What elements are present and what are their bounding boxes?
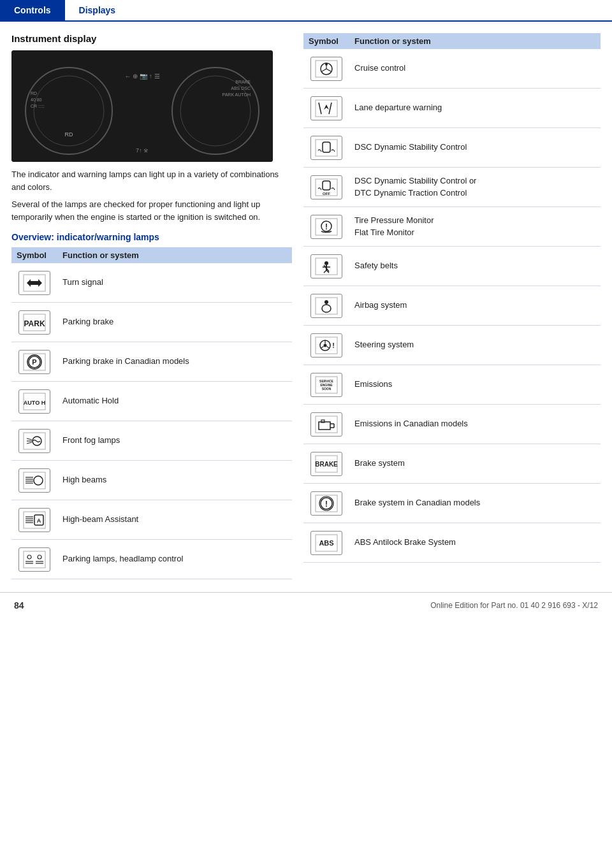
symbol-cell: [303, 250, 349, 282]
symbol-cell: [303, 409, 349, 440]
left-table-header: Symbol Function or system: [11, 247, 292, 263]
svg-text:!: !: [325, 222, 328, 231]
table-row: High beams: [11, 461, 292, 500]
turn-signal-icon: [18, 271, 50, 295]
symbol-cell: [11, 465, 57, 496]
table-row: ! Tire Pressure MonitorFlat Tire Monitor: [303, 207, 601, 247]
service-engine-icon: SERVICE ENGINE SOON: [310, 373, 342, 397]
table-row: OFF DSC Dynamic Stability Control orDTC …: [303, 168, 601, 207]
right-symbol-table: Symbol Function or system: [303, 33, 601, 563]
table-row: Emissions in Canadian models: [303, 405, 601, 444]
page-footer: 84 Online Edition for Part no. 01 40 2 9…: [0, 592, 612, 618]
tire-pressure-icon: !: [310, 215, 342, 239]
function-cell: Tire Pressure MonitorFlat Tire Monitor: [349, 211, 601, 242]
high-beam-assist-icon: A: [18, 508, 50, 532]
abs-icon: ABS: [310, 531, 342, 555]
function-cell: Front fog lamps: [57, 431, 292, 450]
svg-text:← ⊕ 📷 ↑ ☰: ← ⊕ 📷 ↑ ☰: [124, 72, 159, 80]
table-row: ! Brake system in Canadian models: [303, 484, 601, 523]
symbol-cell: P: [11, 346, 57, 378]
svg-text:!: !: [325, 500, 328, 509]
svg-text:!: !: [332, 342, 335, 349]
right-header-symbol: Symbol: [303, 33, 349, 49]
parking-lamp-icon: [18, 547, 50, 572]
svg-text:OFF: OFF: [323, 192, 330, 196]
symbol-cell: [303, 53, 349, 85]
svg-rect-55: [316, 100, 337, 117]
right-column: Symbol Function or system: [303, 33, 601, 579]
function-cell: Cruise control: [349, 59, 601, 78]
symbol-cell: A: [11, 504, 57, 536]
fog-lamp-icon: [18, 429, 50, 453]
top-navigation: Controls Displays: [0, 0, 612, 22]
function-cell: Steering system: [349, 335, 601, 354]
tab-displays[interactable]: Displays: [65, 0, 130, 20]
symbol-cell: !: [303, 488, 349, 519]
symbol-cell: [303, 132, 349, 164]
table-row: SERVICE ENGINE SOON Emissions: [303, 365, 601, 405]
airbag-icon: [310, 294, 342, 318]
emissions-canadian-icon: [310, 412, 342, 437]
steering-icon: !: [310, 333, 342, 358]
function-cell: Emissions: [349, 375, 601, 394]
right-header-function: Function or system: [349, 33, 601, 49]
symbol-cell: PARK: [11, 307, 57, 338]
table-row: ABS ABS Antilock Brake System: [303, 523, 601, 563]
table-row: PARK Parking brake: [11, 303, 292, 342]
symbol-cell: [11, 544, 57, 575]
symbol-cell: !: [303, 211, 349, 243]
svg-text:RD: RD: [65, 131, 73, 138]
function-cell: Airbag system: [349, 296, 601, 315]
svg-rect-74: [316, 298, 337, 314]
svg-rect-31: [24, 472, 45, 489]
svg-text:BRAKE: BRAKE: [315, 461, 338, 468]
table-row: DSC Dynamic Stability Control: [303, 128, 601, 168]
overview-title: Overview: indicator/warning lamps: [11, 232, 292, 242]
function-cell: Parking brake in Canadian models: [57, 352, 292, 371]
table-row: ! Steering system: [303, 326, 601, 365]
symbol-cell: [11, 425, 57, 457]
table-row: A High-beam Assistant: [11, 500, 292, 540]
function-cell: High-beam Assistant: [57, 510, 292, 529]
function-cell: DSC Dynamic Stability Control: [349, 138, 601, 157]
svg-text:7↑  ※: 7↑ ※: [136, 147, 149, 154]
symbol-cell: [303, 92, 349, 124]
function-cell: Safety belts: [349, 256, 601, 275]
function-cell: Brake system: [349, 454, 601, 473]
svg-text:PARK AUTOH: PARK AUTOH: [222, 92, 251, 97]
svg-text:AUTO H: AUTO H: [24, 400, 45, 406]
function-cell: Automatic Hold: [57, 391, 292, 410]
function-cell: Parking brake: [57, 312, 292, 331]
svg-text:SOON: SOON: [322, 387, 332, 391]
function-cell: Turn signal: [57, 273, 292, 292]
symbol-cell: [11, 267, 57, 299]
dsc-off-icon: OFF: [310, 175, 342, 199]
symbol-cell: OFF: [303, 171, 349, 203]
table-row: Cruise control: [303, 49, 601, 89]
brake-icon: BRAKE: [310, 452, 342, 476]
symbol-cell: ABS: [303, 527, 349, 559]
function-cell: High beams: [57, 470, 292, 489]
symbol-cell: [303, 290, 349, 322]
svg-text:CR  :::::: CR :::::: [31, 104, 45, 108]
dsc-icon: [310, 136, 342, 160]
table-row: BRAKE Brake system: [303, 444, 601, 484]
footer-edition-text: Online Edition for Part no. 01 40 2 916 …: [430, 601, 598, 610]
page-number: 84: [14, 600, 24, 611]
symbol-cell: !: [303, 329, 349, 361]
tab-controls[interactable]: Controls: [0, 0, 65, 20]
svg-text:PARK: PARK: [24, 319, 45, 328]
parking-brake-icon: PARK: [18, 310, 50, 335]
main-content: Instrument display RD ← ⊕ 📷 ↑ ☰ BRAKE AB…: [0, 22, 612, 579]
brake-canadian-icon: !: [310, 491, 342, 516]
table-row: AUTO H Automatic Hold: [11, 382, 292, 421]
table-row: P Parking brake in Canadian models: [11, 342, 292, 382]
svg-point-75: [324, 300, 328, 304]
svg-text:ABS  DSC: ABS DSC: [231, 86, 251, 90]
section-title-instrument: Instrument display: [11, 33, 292, 44]
table-row: Airbag system: [303, 286, 601, 326]
auto-hold-icon: AUTO H: [18, 389, 50, 414]
high-beam-icon: [18, 468, 50, 493]
parking-brake-canadian-icon: P: [18, 350, 50, 374]
svg-text:P: P: [32, 358, 36, 366]
